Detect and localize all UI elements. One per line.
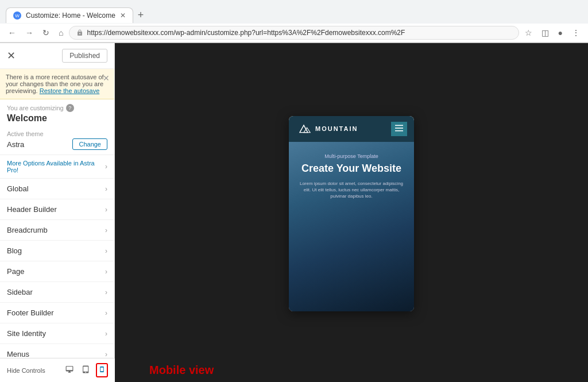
preview-area: MOUNTAIN Multi-purpose Template Create Y… (115, 43, 588, 382)
sidebar-item-sidebar[interactable]: Sidebar › (0, 282, 114, 303)
mockup-header: MOUNTAIN (289, 116, 414, 142)
tab-close-icon[interactable]: ✕ (120, 11, 126, 20)
forward-button[interactable]: → (22, 26, 37, 40)
mobile-mockup: MOUNTAIN Multi-purpose Template Create Y… (289, 116, 414, 311)
hero-body-text: Lorem ipsum dolor sit amet, consectetur … (297, 180, 406, 200)
astra-pro-banner[interactable]: More Options Available in Astra Pro! › (0, 155, 114, 179)
mockup-logo: MOUNTAIN (296, 124, 358, 134)
svg-rect-2 (395, 125, 403, 126)
desktop-view-button[interactable] (63, 364, 76, 377)
chevron-right-icon: › (105, 247, 107, 255)
hero-content: Multi-purpose Template Create Your Websi… (297, 153, 406, 200)
sidebar-item-header-builder[interactable]: Header Builder › (0, 199, 114, 220)
published-button[interactable]: Published (62, 49, 107, 63)
home-button[interactable]: ⌂ (55, 26, 67, 40)
sidebar-item-global[interactable]: Global › (0, 179, 114, 199)
tab-favicon: W (13, 11, 21, 20)
lock-icon (76, 29, 83, 36)
astra-pro-text: More Options Available in Astra Pro! (7, 160, 105, 173)
sidebar-item-footer-builder[interactable]: Footer Builder › (0, 303, 114, 323)
svg-rect-3 (395, 128, 403, 129)
chevron-right-icon: › (105, 268, 107, 276)
url-text: https://demowebsitexxx.com/wp-admin/cust… (87, 29, 405, 37)
bookmark-button[interactable]: ☆ (521, 26, 536, 40)
hero-subtitle: Multi-purpose Template (297, 153, 406, 159)
sidebar-item-breadcrumb[interactable]: Breadcrumb › (0, 220, 114, 241)
hide-controls-label: Hide Controls (7, 367, 45, 374)
browser-top-bar (0, 0, 588, 7)
chevron-right-icon: › (105, 330, 107, 338)
active-theme-row: Astra Change (7, 138, 107, 150)
info-icon[interactable]: ? (66, 104, 74, 112)
browser-chrome: W Customize: Home - Welcome ✕ + ← → ↻ ⌂ … (0, 0, 588, 43)
back-button[interactable]: ← (5, 26, 20, 40)
customizing-info: You are customizing ? Welcome (0, 99, 114, 126)
hero-title: Create Your Website (297, 163, 406, 175)
page-title: Welcome (7, 113, 107, 124)
refresh-button[interactable]: ↻ (39, 26, 53, 40)
customizer-panel: ✕ Published There is a more recent autos… (0, 43, 115, 382)
mockup-menu-button[interactable] (391, 122, 407, 136)
menu-button[interactable]: ⋮ (568, 26, 583, 40)
active-theme-name: Astra (7, 140, 24, 149)
tablet-view-button[interactable] (80, 363, 91, 377)
chevron-right-icon: › (105, 288, 107, 296)
extensions-button[interactable]: ◫ (538, 26, 552, 40)
autosave-notice: There is a more recent autosave of your … (0, 69, 114, 99)
desktop-icon (65, 365, 74, 373)
chevron-right-icon: › (105, 309, 107, 317)
change-theme-button[interactable]: Change (72, 138, 107, 150)
chevron-right-icon: › (105, 350, 107, 358)
sidebar-item-blog[interactable]: Blog › (0, 241, 114, 261)
customizing-label: You are customizing ? (7, 104, 107, 112)
panel-header: ✕ Published (0, 43, 114, 69)
chevron-right-icon: › (105, 226, 107, 234)
chevron-right-icon: › (105, 185, 107, 193)
sidebar-item-site-identity[interactable]: Site Identity › (0, 323, 114, 344)
nav-bar: ← → ↻ ⌂ https://demowebsitexxx.com/wp-ad… (0, 24, 588, 43)
svg-marker-0 (300, 125, 308, 133)
active-theme-section: Active theme Astra Change (0, 126, 114, 155)
mobile-icon (99, 365, 105, 374)
restore-autosave-link[interactable]: Restore the autosave (40, 87, 100, 94)
main-layout: ✕ Published There is a more recent autos… (0, 43, 588, 382)
tab-bar: W Customize: Home - Welcome ✕ + (0, 7, 588, 24)
mobile-view-annotation: Mobile view (149, 364, 214, 377)
address-bar[interactable]: https://demowebsitexxx.com/wp-admin/cust… (69, 26, 519, 40)
active-theme-label: Active theme (7, 130, 107, 137)
mockup-hero: Multi-purpose Template Create Your Websi… (289, 142, 414, 311)
nav-right-buttons: ☆ ◫ ● ⋮ (521, 26, 583, 40)
close-customizer-button[interactable]: ✕ (7, 51, 16, 61)
active-tab[interactable]: W Customize: Home - Welcome ✕ (6, 7, 133, 23)
tablet-icon (82, 365, 90, 374)
mobile-view-button[interactable] (96, 363, 108, 377)
chevron-right-icon: › (105, 206, 107, 214)
chevron-right-icon: › (105, 163, 107, 171)
menu-items-list: Global › Header Builder › Breadcrumb › B… (0, 179, 114, 382)
profile-button[interactable]: ● (555, 26, 566, 40)
mockup-logo-text: MOUNTAIN (315, 125, 358, 132)
tab-title: Customize: Home - Welcome (26, 11, 115, 20)
mountain-logo-icon (296, 124, 312, 134)
new-tab-button[interactable]: + (133, 7, 149, 24)
sidebar-item-page[interactable]: Page › (0, 261, 114, 282)
svg-rect-4 (395, 130, 403, 131)
bottom-bar: Hide Controls (0, 358, 115, 382)
hamburger-icon (395, 125, 403, 132)
autosave-close-button[interactable]: ✕ (103, 74, 110, 83)
